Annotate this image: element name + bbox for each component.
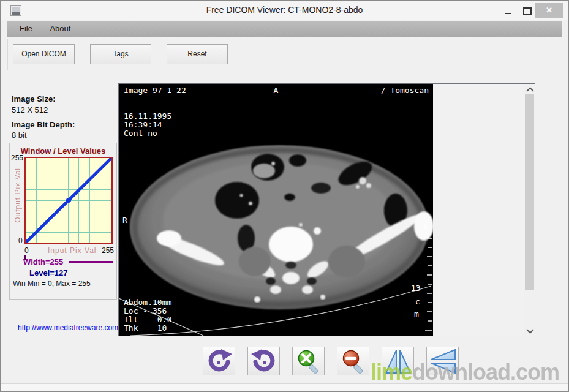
mediafreeware-link[interactable]: http://www.mediafreeware.com [18, 323, 118, 332]
rotate-counterclockwise-button[interactable] [247, 347, 280, 375]
maximize-button[interactable] [518, 6, 537, 17]
bit-depth-value: 8 bit [12, 130, 27, 140]
menu-about[interactable]: About [42, 21, 78, 36]
flip-horizontal-button[interactable] [382, 347, 414, 375]
chevron-up-icon [526, 87, 534, 95]
flip-vertical-icon [428, 348, 458, 375]
ct-ruler-unit-m: m [414, 310, 419, 318]
y-min-tick: 0 [18, 236, 23, 245]
level-value: Level=127 [29, 268, 68, 277]
app-window: Free DICOM Viewer: CT-MONO2-8-abdo ✕ Fil… [0, 0, 569, 392]
window-title: Free DICOM Viewer: CT-MONO2-8-abdo [1, 5, 568, 15]
width-value: Width=255 [23, 257, 63, 266]
ct-overlay-time: 16:39:14 [124, 121, 162, 129]
flip-horizontal-icon [383, 348, 413, 375]
window-level-title: Window / Level Values [10, 146, 116, 156]
image-size-label: Image Size: [12, 94, 56, 104]
scrollbar-thumb[interactable] [525, 94, 534, 290]
y-max-tick: 255 [11, 154, 23, 162]
ct-ruler-value: 13 [411, 284, 421, 293]
rotate-clockwise-icon [205, 348, 234, 375]
x-axis-row: 0 Input Pix Val 255 [24, 246, 114, 255]
minimize-button[interactable] [499, 6, 517, 17]
win-minmax-text: Win Min = 0; Max = 255 [13, 279, 91, 288]
zoom-out-icon [339, 348, 368, 375]
ct-overlay-marker-l: L [424, 222, 429, 231]
ct-image[interactable]: Image 97-1-22 A / Tomoscan 16.11.1995 16… [119, 84, 433, 336]
ct-overlay-vendor: / Tomoscan [381, 86, 429, 95]
minimize-icon [505, 13, 511, 14]
ct-overlay-thickness: Thk 10 [124, 324, 167, 333]
zoom-in-icon [294, 348, 323, 375]
flip-vertical-button[interactable] [426, 347, 459, 375]
x-max-tick: 255 [102, 246, 114, 255]
zoom-out-button[interactable] [337, 347, 369, 375]
rotate-clockwise-button[interactable] [203, 347, 235, 375]
rotate-counterclockwise-icon [249, 348, 279, 375]
ct-overlay-series: Abdom.10mm [124, 298, 171, 307]
width-slider-track[interactable] [69, 261, 113, 263]
y-axis-label: Output Pix Val [13, 168, 22, 223]
ct-overlay-date: 16.11.1995 [124, 112, 171, 121]
maximize-icon [523, 7, 532, 15]
menu-file[interactable]: File [12, 21, 40, 36]
menu-bar: File About [7, 21, 562, 37]
window-level-chart[interactable] [24, 157, 113, 244]
reset-button[interactable]: Reset [167, 44, 228, 64]
ct-overlay-tilt: Tlt 0.0 [124, 315, 171, 324]
title-bar: Free DICOM Viewer: CT-MONO2-8-abdo ✕ [1, 1, 568, 20]
vertical-scrollbar[interactable] [524, 84, 535, 336]
image-viewer-panel: Image 97-1-22 A / Tomoscan 16.11.1995 16… [118, 83, 535, 336]
bit-depth-label: Image Bit Depth: [12, 120, 75, 129]
transfer-function-line [26, 158, 111, 243]
toolbar-groupbox: Open DICOM Tags Reset [7, 39, 239, 70]
chevron-down-icon [526, 326, 534, 334]
x-min-tick: 0 [24, 246, 29, 255]
image-size-value: 512 X 512 [12, 105, 48, 115]
zoom-in-button[interactable] [292, 347, 325, 375]
ct-ruler-unit-c: c [415, 298, 420, 306]
x-axis-label: Input Pix Val [48, 246, 96, 255]
ct-overlay-marker-r: R [122, 216, 127, 225]
window-level-groupbox: Window / Level Values 255 0 Output Pix V… [9, 143, 117, 300]
ct-overlay-contrast: Cont no [124, 129, 157, 138]
status-strip [1, 383, 568, 391]
ruler-ticks [425, 238, 432, 331]
tags-button[interactable]: Tags [90, 44, 151, 64]
close-button[interactable]: ✕ [535, 3, 563, 18]
scroll-up-button[interactable] [524, 84, 535, 94]
ct-overlay-location: Loc - 356 [124, 307, 167, 315]
scroll-down-button[interactable] [524, 325, 535, 336]
open-dicom-button[interactable]: Open DICOM [13, 44, 75, 64]
